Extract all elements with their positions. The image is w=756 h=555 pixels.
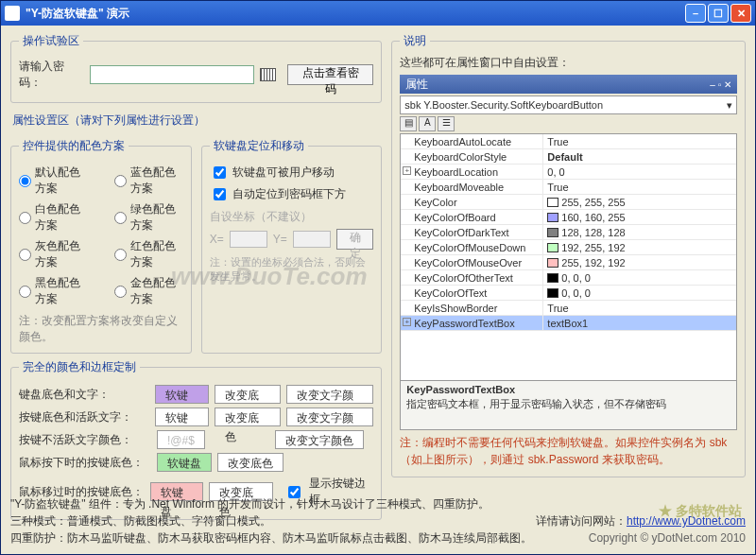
custom-xy-label: 自设坐标（不建议）: [210, 209, 374, 225]
view-password-button[interactable]: 点击查看密码: [287, 64, 373, 85]
site-link[interactable]: http://www.yDotnet.com: [627, 514, 746, 528]
footer-line-3: 四重防护：防木马监听键盘、防木马获取密码框内容、防木马监听鼠标点击截图、防木马连…: [10, 529, 532, 546]
change-bg-btn-0[interactable]: 改变底色: [215, 385, 280, 404]
test-area-legend: 操作试验区: [19, 33, 83, 49]
footer: "Y-防盗软键盘" 组件：专为 .Net Winform 的开发而设计，针对木马…: [10, 495, 746, 546]
prop-row-KeyColorOfMouseOver[interactable]: KeyColorOfMouseOver255, 192, 192: [401, 255, 736, 270]
prop-header-buttons[interactable]: – ▫ ✕: [710, 79, 731, 90]
custom-color-legend: 完全的颜色和边框定制: [19, 359, 140, 375]
cust-label-2: 按键不活跃文字颜色：: [19, 432, 151, 448]
site-label: 详情请访问网站：: [536, 514, 627, 528]
sample-key-plain[interactable]: 软键盘: [155, 408, 209, 426]
prop-row-KeyColorOfDarkText[interactable]: KeyColorOfDarkText128, 128, 128: [401, 225, 736, 240]
color-radio-2-1[interactable]: 红色配色方案: [114, 238, 183, 270]
prop-row-KeyColorOfText[interactable]: KeyColorOfText0, 0, 0: [401, 286, 736, 301]
window-title: "Y-防盗软键盘" 演示: [26, 6, 683, 22]
prop-row-KeyIsShowBorder[interactable]: KeyIsShowBorderTrue: [401, 301, 736, 316]
prop-selector[interactable]: sbk Y.Booster.Security.SoftKeyboardButto…: [400, 95, 737, 114]
description-legend: 说明: [400, 33, 430, 49]
alphabetical-icon[interactable]: A: [419, 116, 436, 131]
y-input: [293, 231, 331, 248]
password-input[interactable]: [90, 65, 253, 84]
close-button[interactable]: ✕: [730, 4, 751, 23]
prop-desc-title: KeyPasswordTextBox: [406, 384, 730, 395]
color-note: 注：改变配置方案将改变自定义颜色。: [19, 313, 183, 345]
position-group: 软键盘定位和移动 软键盘可被用户移动 自动定位到密码框下方 自设坐标（不建议） …: [201, 138, 383, 354]
color-radio-3-1[interactable]: 金色配色方案: [114, 275, 183, 307]
prop-row-KeyboardColorStyle[interactable]: KeyboardColorStyleDefault: [401, 149, 736, 165]
moveable-checkbox[interactable]: [214, 166, 226, 179]
change-bg-btn-3[interactable]: 改变底色: [217, 453, 284, 472]
prop-row-KeyColorOfBoard[interactable]: KeyColorOfBoard160, 160, 255: [401, 210, 736, 225]
color-scheme-legend: 控件提供的配色方案: [19, 138, 129, 154]
change-bg-btn-1[interactable]: 改变底色: [215, 408, 280, 426]
cust-label-1: 按键底色和活跃文字：: [19, 409, 149, 425]
property-grid[interactable]: KeyboardAutoLocateTrueKeyboardColorStyle…: [400, 133, 737, 381]
change-text-btn-0[interactable]: 改变文字颜色: [286, 385, 374, 404]
content-area: 操作试验区 请输入密码： 点击查看密码 属性设置区（请对下列属性进行设置） 控件…: [1, 26, 755, 554]
color-radio-1-0[interactable]: 白色配色方案: [19, 201, 88, 234]
password-label: 请输入密码：: [19, 59, 84, 91]
props-icon[interactable]: ☰: [438, 116, 455, 131]
color-radio-2-0[interactable]: 灰色配色方案: [19, 238, 88, 270]
attr-section-label: 属性设置区（请对下列属性进行设置）: [12, 113, 380, 129]
xy-note: 注：设置的坐标必须合法，否则会发生异常。: [210, 255, 374, 285]
property-grid-header: 属性 – ▫ ✕: [400, 75, 737, 94]
sample-mousedown[interactable]: 软键盘: [157, 453, 212, 472]
app-icon: [5, 6, 20, 21]
prop-row-KeyColorOfMouseDown[interactable]: KeyColorOfMouseDown192, 255, 192: [401, 240, 736, 255]
maximize-button[interactable]: ☐: [708, 4, 729, 23]
xy-confirm-button: 确定: [336, 229, 374, 250]
titlebar: "Y-防盗软键盘" 演示 – ☐ ✕: [1, 1, 755, 26]
prop-row-KeyColor[interactable]: KeyColor255, 255, 255: [401, 195, 736, 210]
dropdown-icon: ▾: [727, 99, 732, 112]
autolocate-checkbox[interactable]: [214, 188, 226, 200]
app-window: "Y-防盗软键盘" 演示 – ☐ ✕ 操作试验区 请输入密码： 点击查看密码 属…: [0, 0, 756, 555]
autolocate-label: 自动定位到密码框下方: [232, 186, 346, 202]
minimize-button[interactable]: –: [685, 4, 706, 23]
footer-line-1: "Y-防盗软键盘" 组件：专为 .Net Winform 的开发而设计，针对木马…: [10, 495, 746, 512]
footer-line-2: 三种模式：普通模式、防截图模式、字符窗口模式。: [10, 512, 271, 529]
prop-title: 属性: [405, 77, 428, 93]
x-input: [230, 231, 267, 248]
color-radio-0-0[interactable]: 默认配色方案: [19, 165, 88, 197]
property-description: KeyPasswordTextBox 指定密码文本框，用于显示密码输入状态，但不…: [400, 381, 737, 430]
keyboard-icon[interactable]: [260, 68, 276, 81]
prop-desc-body: 指定密码文本框，用于显示密码输入状态，但不存储密码: [406, 398, 666, 409]
color-radio-3-0[interactable]: 黑色配色方案: [19, 275, 88, 307]
test-area: 操作试验区 请输入密码： 点击查看密码: [10, 33, 382, 103]
change-text-btn-1[interactable]: 改变文字颜色: [286, 408, 374, 426]
moveable-label: 软键盘可被用户移动: [232, 165, 335, 181]
prop-row-KeyboardMoveable[interactable]: KeyboardMoveableTrue: [401, 180, 736, 195]
color-scheme-group: 控件提供的配色方案 默认配色方案蓝色配色方案白色配色方案绿色配色方案灰色配色方案…: [10, 138, 192, 354]
description-group: 说明 这些都可在属性窗口中自由设置： 属性 – ▫ ✕ sbk Y.Booste…: [391, 33, 746, 477]
categorized-icon[interactable]: ▤: [400, 116, 417, 131]
copyright: Copyright © yDotNet.com 2010: [589, 529, 746, 546]
prop-row-KeyColorOfOtherText[interactable]: KeyColorOfOtherText0, 0, 0: [401, 270, 736, 286]
sample-keyboard-purple[interactable]: 软键盘: [155, 385, 209, 404]
cust-label-3: 鼠标按下时的按键底色：: [19, 455, 151, 471]
desc-line: 这些都可在属性窗口中自由设置：: [400, 55, 737, 71]
color-radio-1-1[interactable]: 绿色配色方案: [114, 201, 183, 234]
cust-label-0: 键盘底色和文字：: [19, 387, 149, 403]
prop-row-KeyPasswordTextBox[interactable]: KeyPasswordTextBox+textBox1: [401, 316, 736, 331]
change-text-btn-2[interactable]: 改变文字颜色: [275, 430, 364, 449]
code-note: 注：编程时不需要任何代码来控制软键盘。如果控件实例名为 sbk（如上图所示），则…: [400, 434, 737, 468]
sample-faded[interactable]: !@#$: [157, 430, 205, 449]
prop-row-KeyboardAutoLocate[interactable]: KeyboardAutoLocateTrue: [401, 134, 736, 149]
prop-row-KeyboardLocation[interactable]: KeyboardLocation+0, 0: [401, 165, 736, 180]
color-radio-0-1[interactable]: 蓝色配色方案: [114, 165, 183, 197]
position-legend: 软键盘定位和移动: [210, 138, 308, 154]
